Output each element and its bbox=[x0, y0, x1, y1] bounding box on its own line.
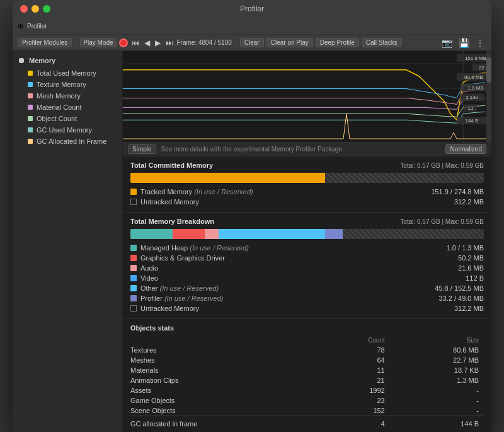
sidebar-item-6[interactable]: GC Allocated In Frame bbox=[13, 136, 122, 147]
sidebar-item-5[interactable]: GC Used Memory bbox=[13, 124, 122, 136]
sidebar-item-label: Total Used Memory bbox=[37, 69, 96, 77]
col-size: Size bbox=[390, 336, 484, 345]
sidebar-item-label: Mesh Memory bbox=[37, 92, 81, 100]
cell-size: - bbox=[390, 406, 484, 416]
title-bar: Profiler bbox=[13, 0, 491, 18]
memory-row-value: 151.9 / 274.8 MB bbox=[421, 188, 484, 196]
main-panel[interactable]: 151.9 MB 22.7 MB 80.6 MB 1.0 MB 2.14k 11… bbox=[123, 51, 491, 432]
sidebar-item-2[interactable]: Mesh Memory bbox=[13, 90, 122, 102]
simple-button[interactable]: Simple bbox=[128, 144, 156, 154]
profiler-tab-label[interactable]: Profiler bbox=[27, 23, 47, 30]
svg-text:1.0 MB: 1.0 MB bbox=[467, 85, 483, 91]
table-row: Materials1118.7 KB bbox=[130, 365, 484, 375]
cell-size: - bbox=[390, 385, 484, 395]
sidebar-item-3[interactable]: Material Count bbox=[13, 102, 122, 113]
memory-row-italic: (In use / Reserved) bbox=[192, 188, 253, 196]
legend-dot bbox=[28, 82, 33, 87]
chart-svg: 151.9 MB 22.7 MB 80.6 MB 1.0 MB 2.14k 11… bbox=[123, 51, 491, 142]
separator2 bbox=[236, 38, 236, 48]
cell-count: 11 bbox=[319, 365, 390, 375]
legend-dot bbox=[28, 93, 33, 98]
deep-profile-button[interactable]: Deep Profile bbox=[316, 38, 359, 47]
memory-row-icon bbox=[130, 199, 137, 205]
memory-row-value: 50.2 MB bbox=[421, 254, 484, 262]
clear-button[interactable]: Clear bbox=[240, 38, 264, 47]
frame-label: Frame: 4804 / 5100 bbox=[177, 39, 232, 46]
memory-row: Graphics & Graphics Driver50.2 MB bbox=[130, 253, 484, 263]
total-committed-section: Total Committed Memory Total: 0.57 GB | … bbox=[123, 156, 491, 213]
gc-cell-2: 144 B bbox=[390, 416, 484, 429]
cell-count: 21 bbox=[319, 375, 390, 385]
memory-row-value: 21.6 MB bbox=[421, 264, 484, 272]
cell-size: 80.6 MB bbox=[390, 345, 484, 355]
memory-row-value: 1.0 / 1.3 MB bbox=[421, 244, 484, 252]
table-row: Game Objects23- bbox=[130, 395, 484, 406]
memory-row-icon bbox=[130, 189, 137, 195]
next-frame-button[interactable]: ⏭ bbox=[164, 38, 175, 47]
step-forward-button[interactable]: ▶ bbox=[154, 38, 162, 47]
total-breakdown-totals: Total: 0.57 GB | Max: 0.59 GB bbox=[400, 218, 484, 225]
play-mode-select[interactable]: Play Mode bbox=[80, 38, 116, 47]
clear-on-play-button[interactable]: Clear on Play bbox=[266, 38, 313, 47]
maximize-button[interactable] bbox=[43, 5, 50, 13]
cell-label: Textures bbox=[130, 345, 319, 355]
close-button[interactable] bbox=[20, 5, 28, 13]
step-back-button[interactable]: ◀ bbox=[143, 38, 151, 47]
col-count: Count bbox=[319, 336, 390, 345]
cell-count: 78 bbox=[319, 345, 390, 355]
menu-icon[interactable]: ⋮ bbox=[474, 38, 486, 48]
cell-label: Game Objects bbox=[130, 395, 319, 406]
sidebar-header: ⏺ Memory bbox=[13, 54, 122, 67]
sidebar-item-4[interactable]: Object Count bbox=[13, 113, 122, 124]
memory-row-value: 312.2 MB bbox=[421, 198, 484, 206]
chart-scrollbar-thumb[interactable] bbox=[486, 57, 491, 83]
chart-scrollbar[interactable] bbox=[486, 51, 491, 142]
memory-row-icon bbox=[130, 295, 137, 301]
cell-count: 64 bbox=[319, 355, 390, 365]
memory-row-label: Profiler (In use / Reserved) bbox=[140, 295, 417, 302]
info-text: See more details with the experimental M… bbox=[161, 146, 344, 153]
separator1 bbox=[76, 38, 76, 48]
memory-row-label: Tracked Memory (In use / Reserved) bbox=[140, 188, 417, 196]
profiler-modules-button[interactable]: Profiler Modules bbox=[18, 38, 72, 47]
table-row: Textures7880.6 MB bbox=[130, 345, 484, 355]
total-breakdown-title: Total Memory Breakdown bbox=[130, 218, 214, 225]
sidebar-item-label: GC Used Memory bbox=[37, 126, 92, 134]
table-row: Meshes6422.7 MB bbox=[130, 355, 484, 365]
legend-dot bbox=[28, 105, 33, 110]
profiler-window: Profiler ⊕ Profiler Profiler Modules Pla… bbox=[13, 0, 491, 432]
sidebar-item-1[interactable]: Texture Memory bbox=[13, 79, 122, 90]
screenshot-icon[interactable]: 📷 bbox=[440, 38, 454, 48]
tracked-memory-bar-seg bbox=[130, 173, 325, 183]
memory-icon: ⏺ bbox=[18, 56, 25, 65]
cell-label: Assets bbox=[130, 385, 319, 395]
memory-row-label: Graphics & Graphics Driver bbox=[140, 254, 417, 262]
col-label bbox=[130, 336, 319, 345]
breakdown-rows: Managed Heap (In use / Reserved)1.0 / 1.… bbox=[130, 243, 484, 313]
toolbar-row2: Profiler Modules Play Mode ⏮ ◀ ▶ ⏭ Frame… bbox=[18, 34, 486, 50]
cell-count: 23 bbox=[319, 395, 390, 406]
normalized-badge[interactable]: Normalized bbox=[445, 144, 486, 154]
cell-size: 22.7 MB bbox=[390, 355, 484, 365]
sidebar-items: Total Used MemoryTexture MemoryMesh Memo… bbox=[13, 67, 122, 147]
untracked-memory-bar-seg bbox=[325, 173, 484, 183]
sidebar-item-label: Material Count bbox=[37, 103, 82, 111]
toolbar: ⊕ Profiler Profiler Modules Play Mode ⏮ … bbox=[13, 18, 491, 51]
memory-row-icon bbox=[130, 305, 137, 312]
gc-row: GC allocated in frame4144 B bbox=[130, 416, 484, 429]
prev-frame-button[interactable]: ⏮ bbox=[130, 38, 140, 47]
memory-row-label: Managed Heap (In use / Reserved) bbox=[140, 244, 417, 252]
bottom-toolbar: Simple See more details with the experim… bbox=[123, 143, 491, 156]
cell-count: 152 bbox=[319, 406, 390, 416]
call-stacks-button[interactable]: Call Stacks bbox=[362, 38, 402, 47]
memory-row-icon bbox=[130, 285, 137, 291]
main-content: ⏺ Memory Total Used MemoryTexture Memory… bbox=[13, 51, 491, 432]
memory-row-icon bbox=[130, 265, 137, 271]
record-button[interactable] bbox=[119, 38, 128, 47]
legend-dot bbox=[28, 139, 33, 144]
minimize-button[interactable] bbox=[32, 5, 39, 13]
sidebar-item-0[interactable]: Total Used Memory bbox=[13, 67, 122, 79]
cell-size: - bbox=[390, 395, 484, 406]
save-icon[interactable]: 💾 bbox=[457, 38, 471, 48]
traffic-lights bbox=[20, 5, 50, 13]
